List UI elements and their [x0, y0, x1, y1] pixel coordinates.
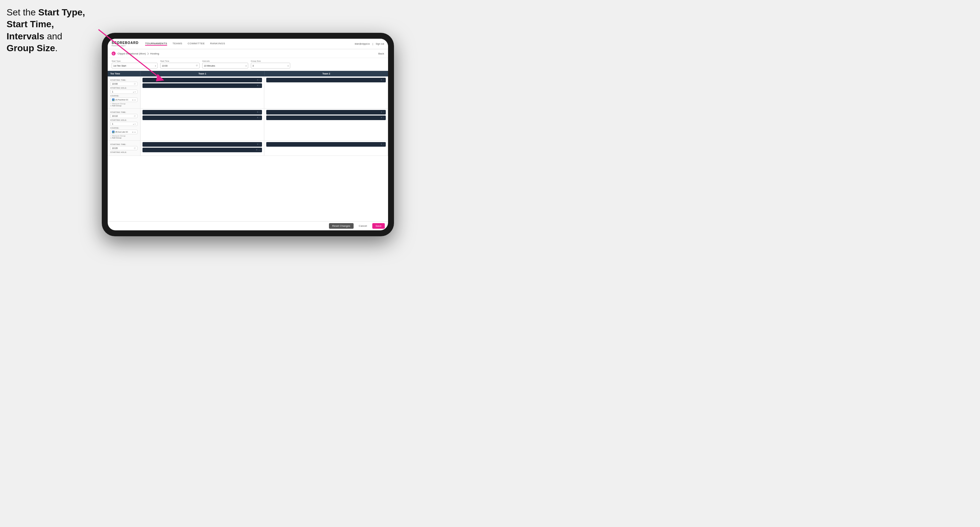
group-size-value: 3 — [253, 65, 254, 67]
cancel-button[interactable]: Cancel — [356, 223, 370, 229]
tablet-frame: SCOREBOARD Powered by clipp'd TOURNAMENT… — [102, 33, 394, 236]
g1-course-icon: ⛳ — [112, 98, 115, 101]
intervals-group: Intervals 10 Minutes ▾ — [202, 60, 248, 68]
g2-team2-slot2[interactable]: ✕ ○ — [266, 116, 386, 120]
nav-tournaments[interactable]: TOURNAMENTS — [145, 42, 167, 46]
g1-starting-time-value[interactable]: 10:00 ⏱ — [110, 82, 138, 86]
g1-starting-hole-label: STARTING HOLE: — [110, 87, 138, 89]
g1-team1-cell: ✕ ○ ✕ ○ — [140, 76, 264, 108]
g1-team2-slot1[interactable]: ✕ ○ — [266, 78, 386, 83]
g3-starting-hole-label: STARTING HOLE: — [110, 151, 138, 153]
g1-course-name: (A) Peachtree GC — [115, 99, 128, 101]
table-header: Tee Time Team 1 Team 2 — [108, 71, 388, 76]
g2-t1-s2-icon2: ○ — [259, 116, 261, 119]
breadcrumb-separator: › — [147, 51, 149, 56]
tablet-screen: SCOREBOARD Powered by clipp'd TOURNAMENT… — [108, 39, 388, 230]
g1-t2-s1-icon2: ○ — [383, 79, 385, 81]
g2-t2-s2-icon2: ○ — [383, 116, 385, 119]
g2-course-remove[interactable]: ✕ — [132, 131, 134, 133]
nav-separator: | — [372, 43, 373, 45]
g2-t2-s1-icon1: ✕ — [380, 111, 382, 114]
g2-course-edit[interactable]: ✏ — [134, 131, 136, 133]
g2-starting-time-value[interactable]: 10:10 ⏱ — [110, 114, 138, 118]
sign-out-link[interactable]: Sign out — [375, 43, 384, 45]
group-size-group: Group Size 3 ▾ — [251, 60, 290, 68]
group3-left-panel: STARTING TIME: 10:20 ⏱ STARTING HOLE: — [108, 141, 140, 156]
g1-team1-slot1[interactable]: ✕ ○ — [143, 78, 262, 83]
g2-time-icon: ⏱ — [134, 115, 136, 117]
start-type-label: Start Type — [111, 60, 158, 62]
g3-team2-slot1[interactable]: ✕ ○ — [266, 142, 386, 147]
logo-text: SCOREBOARD — [111, 41, 138, 44]
g1-starting-time-label: STARTING TIME: — [110, 79, 138, 81]
g1-course-tag: ⛳ (A) Peachtree GC ✕ ✏ — [110, 97, 138, 102]
g3-t1-s2-icon2: — — [258, 149, 261, 151]
g1-course-edit[interactable]: ✏ — [134, 99, 136, 101]
g2-team1-slot2[interactable]: ✕ ○ — [143, 116, 262, 120]
start-type-group: Start Type 1st Tee Start ▾ — [111, 60, 158, 68]
g2-team2-slot1[interactable]: ✕ ○ — [266, 110, 386, 114]
breadcrumb-logo: C — [111, 51, 116, 56]
g1-hole-chevrons: ▲▼ — [133, 91, 136, 93]
group-size-label: Group Size — [251, 60, 290, 62]
intervals-label: Intervals — [202, 60, 248, 62]
g2-add-group[interactable]: + Add Group — [110, 137, 138, 139]
g3-team1-cell: ✕ ○ ✕ — — [140, 141, 264, 156]
reset-changes-button[interactable]: Reset Changes — [329, 223, 353, 229]
g3-t2-s1-icon1: ✕ — [380, 143, 382, 146]
group-size-select[interactable]: 3 ▾ — [251, 63, 290, 68]
g1-t2-s1-icon1: ✕ — [380, 79, 382, 81]
g2-t2-s1-icon2: ○ — [383, 111, 385, 114]
instruction-bold-2: Start Time, — [6, 19, 54, 29]
g1-t1-s2-icon1: ✕ — [257, 84, 259, 87]
controls-row: Start Type 1st Tee Start ▾ Start Time 10… — [108, 58, 388, 71]
table-body: STARTING TIME: 10:00 ⏱ STARTING HOLE: 1 … — [108, 76, 388, 221]
g2-team1-cell: ✕ ○ ✕ ○ — [140, 109, 264, 140]
g1-starting-hole-value[interactable]: 1 ▲▼ — [110, 90, 138, 94]
instruction-period: . — [55, 43, 58, 53]
g2-team2-cell: ✕ ○ ✕ ○ — [264, 109, 388, 140]
g2-t1-s2-icon1: ✕ — [257, 116, 259, 119]
th-tee-time: Tee Time — [108, 71, 140, 76]
g2-starting-hole-label: STARTING HOLE: — [110, 119, 138, 121]
g3-time-icon: ⏱ — [134, 147, 136, 149]
table-row: STARTING TIME: 10:00 ⏱ STARTING HOLE: 1 … — [108, 76, 388, 109]
g1-add-group[interactable]: + Add Group — [110, 105, 138, 106]
g3-team1-slot2[interactable]: ✕ — — [143, 148, 262, 152]
start-time-select[interactable]: 10:00 ⏱ — [160, 63, 200, 68]
g3-t1-s2-icon1: ✕ — [256, 149, 258, 151]
intervals-chevron: ▾ — [246, 65, 247, 67]
breadcrumb-sub: Hosting — [150, 52, 159, 55]
g3-starting-time-value[interactable]: 10:20 ⏱ — [110, 146, 138, 150]
start-time-value: 10:00 — [162, 65, 168, 67]
start-type-select[interactable]: 1st Tee Start ▾ — [111, 63, 158, 68]
nav-committee[interactable]: COMMITTEE — [188, 42, 205, 46]
nav-right: blair@clippd.io | Sign out — [355, 43, 384, 45]
g1-time-icon: ⏱ — [134, 83, 136, 85]
g1-t1-s2-icon2: ○ — [259, 84, 261, 87]
intervals-select[interactable]: 10 Minutes ▾ — [202, 63, 248, 68]
g3-t1-s1-icon2: ○ — [259, 143, 261, 146]
group-size-chevron: ▾ — [288, 65, 289, 67]
nav-rankings[interactable]: RANKINGS — [210, 42, 225, 46]
nav-links: TOURNAMENTS TEAMS COMMITTEE RANKINGS — [145, 42, 355, 46]
instruction-bold-1: Start Type, — [38, 7, 85, 17]
instruction-bold-3: Intervals — [6, 31, 45, 41]
intervals-value: 10 Minutes — [204, 65, 215, 67]
g2-course-name: (B) East Lake GC — [115, 131, 128, 133]
g2-team1-slot1[interactable]: ✕ ○ — [143, 110, 262, 114]
start-time-chevron: ⏱ — [196, 65, 198, 67]
g3-team1-slot1[interactable]: ✕ ○ — [143, 142, 262, 147]
save-button[interactable]: Save — [372, 223, 385, 229]
g1-course-label: COURSE: — [110, 95, 138, 97]
nav-teams[interactable]: TEAMS — [172, 42, 182, 46]
g2-starting-time-label: STARTING TIME: — [110, 111, 138, 113]
breadcrumb-title: Clippd Invitational (Mon) — [118, 52, 146, 55]
back-button[interactable]: Back — [378, 52, 384, 55]
start-time-group: Start Time 10:00 ⏱ — [160, 60, 200, 68]
group2-left-panel: STARTING TIME: 10:10 ⏱ STARTING HOLE: 1 … — [108, 109, 140, 140]
g1-team1-slot2[interactable]: ✕ ○ — [143, 83, 262, 88]
g1-course-remove[interactable]: ✕ — [132, 99, 134, 101]
g2-starting-hole-value[interactable]: 1 ▲▼ — [110, 122, 138, 126]
table-row: STARTING TIME: 10:10 ⏱ STARTING HOLE: 1 … — [108, 109, 388, 141]
